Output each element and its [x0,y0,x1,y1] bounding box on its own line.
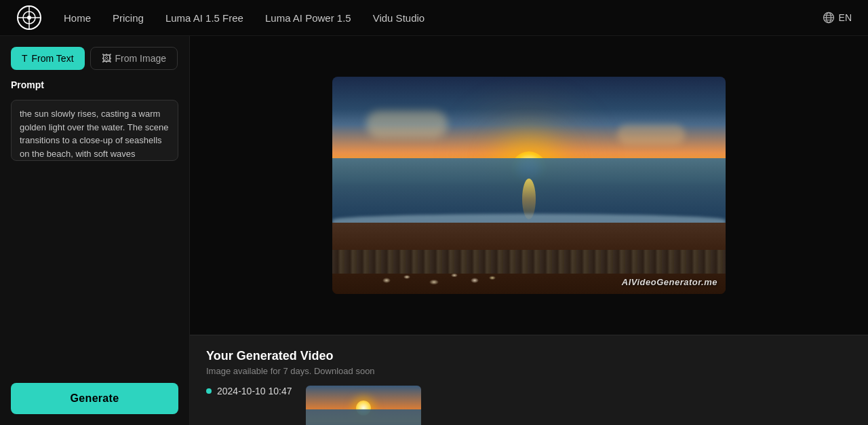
text-icon: T [22,53,28,64]
nav-right: EN [823,12,852,24]
thumb-sunset-scene [306,386,421,425]
image-icon: 🖼 [102,53,111,64]
thumbnail-preview[interactable] [306,386,421,425]
status-dot [206,388,212,394]
nav-home[interactable]: Home [64,12,91,24]
cloud-right [617,124,685,145]
left-sidebar: T From Text 🖼 From Image Prompt the sun … [0,36,190,425]
language-label: EN [839,12,852,23]
cloud-left [366,111,448,138]
nav-pricing[interactable]: Pricing [113,12,144,24]
globe-icon [823,12,835,24]
nav-vidu[interactable]: Vidu Studio [373,12,425,24]
tab-from-text-label: From Text [32,53,74,64]
watermark: AIVideoGenerator.me [622,277,717,287]
timestamp-row: 2024-10-10 10:47 [206,386,292,396]
bottom-panel: Your Generated Video Image available for… [190,335,868,425]
spacer [11,170,178,373]
sun-reflection [522,179,536,219]
nav-luma-free[interactable]: Luma AI 1.5 Free [165,12,243,24]
thumb-water [306,409,421,425]
timestamp-text: 2024-10-10 10:47 [217,386,292,396]
beach-shells [373,270,509,287]
language-selector[interactable]: EN [823,12,852,24]
main-layout: T From Text 🖼 From Image Prompt the sun … [0,36,868,425]
nav-luma-power[interactable]: Luma AI Power 1.5 [265,12,351,24]
sunset-scene [332,77,726,294]
prompt-label: Prompt [11,79,178,90]
navbar: Home Pricing Luma AI 1.5 Free Luma AI Po… [0,0,868,36]
video-preview-area: AIVideoGenerator.me [190,36,868,335]
tab-from-image-label: From Image [115,53,166,64]
nav-links: Home Pricing Luma AI 1.5 Free Luma AI Po… [64,12,823,24]
video-frame: AIVideoGenerator.me [332,77,726,294]
prompt-input[interactable]: the sun slowly rises, casting a warm gol… [11,100,178,161]
tab-from-text[interactable]: T From Text [11,47,85,70]
generated-video-title: Your Generated Video [206,349,852,363]
bottom-panel-content: 2024-10-10 10:47 [206,386,852,425]
logo[interactable] [16,5,42,31]
tab-from-image[interactable]: 🖼 From Image [90,47,178,70]
generate-button[interactable]: Generate [11,383,178,414]
right-content: AIVideoGenerator.me Your Generated Video… [190,36,868,425]
generated-video-subtitle: Image available for 7 days. Download soo… [206,366,852,376]
tab-row: T From Text 🖼 From Image [11,47,178,70]
